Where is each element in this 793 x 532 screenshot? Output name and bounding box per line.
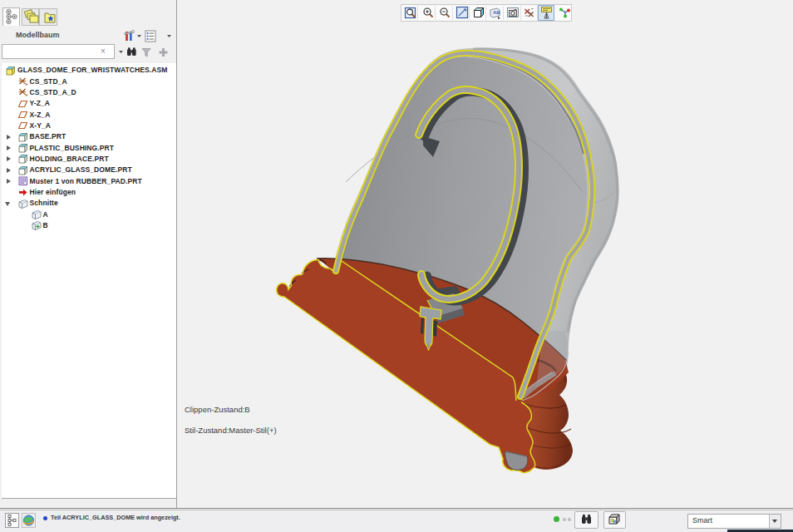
svg-text:AB: AB [493, 10, 500, 15]
svg-text:Stil-Zustand:Master-Stil(+): Stil-Zustand:Master-Stil(+) [185, 426, 277, 435]
svg-text:Clippen-Zustand:B: Clippen-Zustand:B [185, 405, 250, 414]
